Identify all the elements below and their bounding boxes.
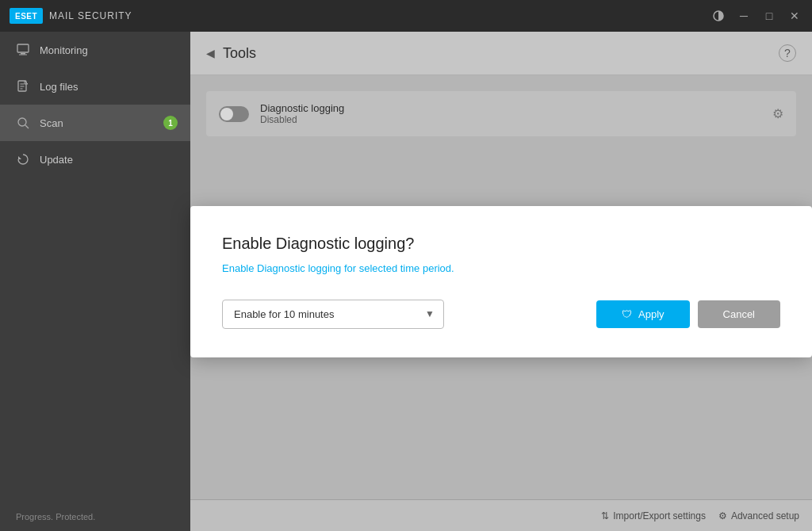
modal-body: Enable for 10 minutes Enable for 30 minu… [222, 300, 780, 329]
sidebar: Monitoring Log files Scan [0, 32, 190, 531]
modal-buttons: 🛡 Apply Cancel [596, 300, 780, 328]
log-files-icon [16, 79, 30, 94]
sidebar-item-update[interactable]: Update [0, 141, 190, 178]
sidebar-log-files-label: Log files [40, 81, 78, 93]
scan-icon [16, 116, 30, 130]
app-logo: ESET MAIL SECURITY [10, 8, 132, 24]
titlebar: ESET MAIL SECURITY ─ □ ✕ [0, 0, 812, 32]
svg-line-11 [25, 125, 29, 128]
diagnostic-modal: Enable Diagnostic logging? Enable Diagno… [190, 206, 812, 357]
apply-label: Apply [638, 308, 665, 320]
svg-rect-4 [21, 53, 25, 55]
sidebar-update-label: Update [40, 154, 73, 166]
app-body: Monitoring Log files Scan [0, 32, 812, 531]
sidebar-bottom: Progress. Protected. [0, 502, 190, 531]
svg-text:ESET: ESET [15, 12, 37, 21]
svg-rect-3 [17, 44, 29, 52]
progress-text: Progress. Protected. [16, 512, 95, 521]
monitoring-icon [16, 43, 30, 57]
cancel-label: Cancel [723, 308, 755, 320]
sidebar-item-monitoring[interactable]: Monitoring [0, 32, 190, 68]
modal-subtitle: Enable Diagnostic logging for selected t… [222, 262, 780, 274]
modal-title: Enable Diagnostic logging? [222, 235, 780, 253]
sidebar-monitoring-label: Monitoring [40, 44, 88, 56]
time-period-select[interactable]: Enable for 10 minutes Enable for 30 minu… [222, 300, 444, 329]
sidebar-item-scan[interactable]: Scan 1 [0, 105, 190, 141]
cancel-button[interactable]: Cancel [698, 300, 780, 328]
modal-overlay: Enable Diagnostic logging? Enable Diagno… [190, 32, 812, 531]
scan-badge: 1 [163, 116, 178, 130]
sidebar-scan-label: Scan [40, 117, 63, 129]
svg-point-10 [18, 118, 26, 126]
restore-button[interactable]: □ [758, 5, 780, 27]
app-title: MAIL SECURITY [49, 10, 132, 21]
svg-rect-5 [19, 55, 27, 55]
time-period-select-wrapper: Enable for 10 minutes Enable for 30 minu… [222, 300, 444, 329]
svg-marker-12 [18, 156, 21, 159]
eset-wordmark: ESET [10, 8, 43, 24]
main-content: ◀ Tools ? Diagnostic logging Disabled ⚙ … [190, 32, 812, 531]
close-button[interactable]: ✕ [783, 5, 806, 27]
apply-button[interactable]: 🛡 Apply [596, 300, 690, 328]
update-icon [16, 152, 30, 166]
theme-toggle-button[interactable] [707, 5, 730, 27]
shield-icon: 🛡 [622, 308, 632, 320]
window-controls: ─ □ ✕ [707, 0, 806, 32]
sidebar-item-log-files[interactable]: Log files [0, 68, 190, 105]
minimize-button[interactable]: ─ [733, 5, 755, 27]
